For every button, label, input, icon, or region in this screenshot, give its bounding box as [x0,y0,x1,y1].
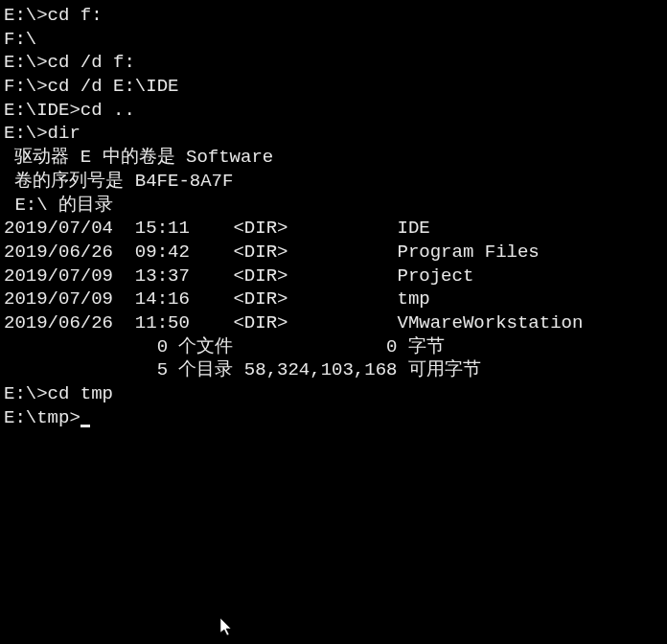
entry-type: <DIR> [233,265,288,287]
entry-time: 13:37 [135,265,190,287]
entry-date: 2019/07/09 [4,265,113,287]
current-prompt-line[interactable]: E:\tmp> [4,406,663,430]
command-line: E:\>cd /d f: [4,51,663,75]
entry-date: 2019/07/09 [4,288,113,310]
entry-name: Project [398,265,474,287]
entry-name: tmp [398,288,430,310]
prompt: E:\tmp> [4,407,80,428]
entry-type: <DIR> [233,218,288,239]
command: cd tmp [48,383,113,404]
cursor-icon [80,425,90,427]
dir-volume-line: 驱动器 E 中的卷是 Software [4,146,663,170]
entry-time: 09:42 [135,242,190,263]
dir-entry: 2019/06/26 11:50 <DIR> VMwareWorkstation [4,311,663,335]
command-line: E:\>cd tmp [4,382,663,406]
prompt: F:\> [4,76,48,97]
entry-name: VMwareWorkstation [398,312,584,334]
dir-path-line: E:\ 的目录 [4,194,663,218]
terminal-output[interactable]: E:\>cd f: F:\ E:\>cd /d f: F:\>cd /d E:\… [4,4,663,429]
entry-name: Program Files [398,242,540,263]
entry-type: <DIR> [233,288,288,310]
command: cd /d E:\IDE [48,76,179,97]
command: cd /d f: [48,52,135,73]
command-line: E:\>cd f: [4,4,663,28]
dir-entry: 2019/07/09 13:37 <DIR> Project [4,264,663,288]
prompt: E:\> [4,123,48,144]
command-line: E:\>dir [4,122,663,146]
entry-type: <DIR> [233,242,288,263]
mouse-pointer-icon [220,618,234,637]
entry-date: 2019/06/26 [4,312,113,334]
output-line: F:\ [4,28,663,52]
prompt: E:\> [4,5,48,26]
dir-entry: 2019/07/04 15:11 <DIR> IDE [4,217,663,241]
command: dir [48,123,80,144]
dir-summary-dirs: 5 个目录 58,324,103,168 可用字节 [4,358,663,382]
entry-type: <DIR> [233,312,288,334]
command-line: F:\>cd /d E:\IDE [4,75,663,99]
entry-time: 11:50 [135,312,190,334]
command-line: E:\IDE>cd .. [4,99,663,123]
command: cd f: [48,5,103,26]
prompt: E:\> [4,52,48,73]
entry-name: IDE [398,218,430,239]
entry-date: 2019/07/04 [4,218,113,239]
dir-entry: 2019/06/26 09:42 <DIR> Program Files [4,241,663,264]
entry-time: 14:16 [135,288,190,310]
dir-entry: 2019/07/09 14:16 <DIR> tmp [4,288,663,311]
prompt: E:\> [4,383,48,404]
dir-summary-files: 0 个文件 0 字节 [4,335,663,359]
entry-time: 15:11 [135,218,190,239]
entry-date: 2019/06/26 [4,242,113,263]
prompt: E:\IDE> [4,100,80,121]
command: cd .. [80,100,135,121]
dir-serial-line: 卷的序列号是 B4FE-8A7F [4,170,663,194]
